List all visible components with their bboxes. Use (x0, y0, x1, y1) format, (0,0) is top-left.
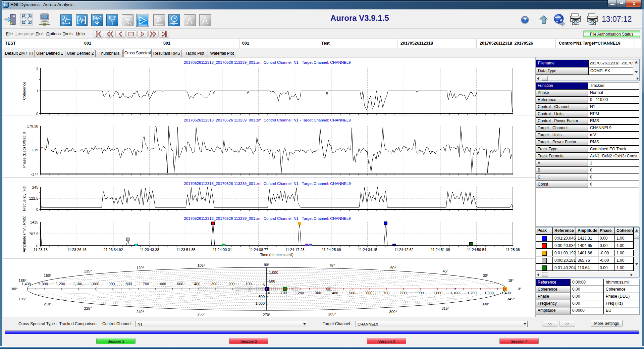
svg-text:2: 2 (36, 66, 38, 70)
svg-text:315°: 315° (442, 306, 449, 310)
svg-text:1,000: 1,000 (255, 301, 265, 305)
svg-text:195°: 195° (19, 297, 26, 301)
svg-text:150°: 150° (44, 273, 52, 278)
svg-text:20170526112318_20170526 113239: 20170526112318_20170526 113239_001.zm Co… (184, 118, 351, 122)
svg-text:300°: 300° (389, 310, 397, 314)
svg-text:400: 400 (332, 291, 338, 295)
svg-text:11:23:51.85: 11:23:51.85 (176, 248, 195, 252)
svg-text:600: 600 (160, 282, 166, 286)
svg-text:700: 700 (383, 291, 389, 295)
svg-text:105°: 105° (198, 263, 205, 267)
svg-text:11:24:25.69: 11:24:25.69 (322, 248, 341, 252)
svg-text:1,400: 1,400 (501, 291, 511, 295)
svg-text:11:24:42.62: 11:24:42.62 (394, 248, 413, 252)
svg-text:179.38: 179.38 (27, 124, 38, 128)
svg-text:1,100: 1,100 (450, 291, 460, 295)
svg-text:285°: 285° (328, 312, 336, 316)
svg-text:?: ? (524, 17, 527, 22)
svg-text:270°: 270° (263, 313, 271, 317)
svg-text:11:24:00.31: 11:24:00.31 (213, 248, 232, 252)
svg-text:Coherence: Coherence (22, 82, 26, 100)
svg-text:707.5: 707.5 (29, 232, 38, 236)
svg-text:20170526112318_20170526 113239: 20170526112318_20170526 113239_001.zm Co… (184, 216, 351, 220)
svg-text:1,300: 1,300 (39, 282, 48, 286)
svg-text:11:24:51.08: 11:24:51.08 (431, 248, 450, 252)
svg-text:Frequency (Hz): Frequency (Hz) (22, 186, 26, 211)
svg-text:11:23:26.46: 11:23:26.46 (67, 248, 86, 252)
svg-text:1,200: 1,200 (467, 291, 477, 295)
svg-text:1.19: 1.19 (31, 148, 38, 152)
svg-text:11:23:43.38: 11:23:43.38 (140, 248, 159, 252)
svg-text:1415: 1415 (30, 220, 38, 224)
svg-text:345°: 345° (507, 297, 515, 301)
svg-text:20170526112318_20170526 113239: 20170526112318_20170526 113239_001.zm Co… (184, 60, 351, 64)
svg-text:11:24:34.15: 11:24:34.15 (358, 248, 377, 252)
svg-text:100: 100 (246, 282, 252, 286)
svg-text:255°: 255° (198, 312, 205, 316)
svg-text:11:25:08: 11:25:08 (506, 248, 520, 252)
svg-text:11:24:08.77: 11:24:08.77 (249, 248, 268, 252)
svg-text:11:23:34.92: 11:23:34.92 (104, 248, 123, 252)
svg-text:11:24:59.54: 11:24:59.54 (467, 248, 486, 252)
svg-text:0: 0 (263, 282, 265, 286)
svg-text:245: 245 (32, 185, 38, 189)
svg-text:500: 500 (349, 291, 355, 295)
svg-text:100: 100 (281, 291, 287, 295)
svg-text:800: 800 (126, 282, 132, 286)
svg-text:500: 500 (259, 295, 265, 299)
svg-text:0: 0 (36, 244, 38, 248)
svg-text:Phase (Deg) Offset: 0: Phase (Deg) Offset: 0 (22, 132, 26, 168)
svg-text:330°: 330° (482, 302, 490, 306)
svg-text:300: 300 (211, 282, 217, 286)
svg-text:-177: -177 (31, 172, 38, 176)
svg-text:1: 1 (36, 89, 38, 93)
svg-text:11:24:17.23: 11:24:17.23 (285, 248, 304, 252)
svg-text:700: 700 (143, 282, 149, 286)
svg-text:0°: 0° (518, 287, 522, 291)
svg-text:0: 0 (36, 207, 38, 211)
svg-text:0: 0 (36, 112, 38, 116)
svg-text:1,200: 1,200 (56, 282, 65, 286)
svg-text:180°: 180° (10, 287, 18, 291)
svg-text:122.5: 122.5 (29, 196, 38, 200)
svg-text:240°: 240° (137, 310, 144, 314)
svg-text:120°: 120° (137, 266, 144, 270)
svg-text:600: 600 (366, 291, 372, 295)
svg-text:800: 800 (400, 291, 407, 295)
svg-text:45°: 45° (443, 269, 448, 273)
svg-text:210°: 210° (44, 302, 52, 306)
svg-text:0: 0 (268, 291, 270, 295)
svg-text:1,400: 1,400 (21, 282, 31, 286)
svg-text:75°: 75° (329, 263, 335, 267)
svg-text:90°: 90° (264, 263, 270, 267)
svg-text:1,000: 1,000 (269, 270, 278, 275)
svg-text:11:23:18: 11:23:18 (34, 248, 48, 252)
svg-text:400: 400 (194, 282, 200, 286)
svg-text:900: 900 (109, 282, 115, 286)
svg-text:Amplitude (mV , RMS): Amplitude (mV , RMS) (22, 215, 26, 252)
svg-text:30°: 30° (483, 273, 489, 278)
svg-text:200: 200 (298, 291, 304, 295)
svg-text:60°: 60° (390, 266, 396, 270)
svg-text:15°: 15° (508, 279, 514, 283)
svg-text:900: 900 (418, 291, 424, 295)
svg-text:200: 200 (228, 282, 234, 286)
svg-text:20170526112318_20170526 113239: 20170526112318_20170526 113239_001.zm Co… (184, 182, 351, 186)
svg-text:500: 500 (177, 282, 183, 286)
svg-text:225°: 225° (84, 306, 92, 310)
svg-text:1,300: 1,300 (484, 291, 494, 295)
svg-text:Time (hh:mm:ss.mil): Time (hh:mm:ss.mil) (260, 253, 293, 257)
svg-text:135°: 135° (84, 269, 92, 273)
svg-text:500: 500 (269, 279, 275, 283)
svg-text:1,000: 1,000 (433, 291, 442, 295)
svg-text:1,100: 1,100 (73, 282, 82, 286)
svg-text:300: 300 (315, 291, 321, 295)
svg-text:1,000: 1,000 (90, 282, 99, 286)
